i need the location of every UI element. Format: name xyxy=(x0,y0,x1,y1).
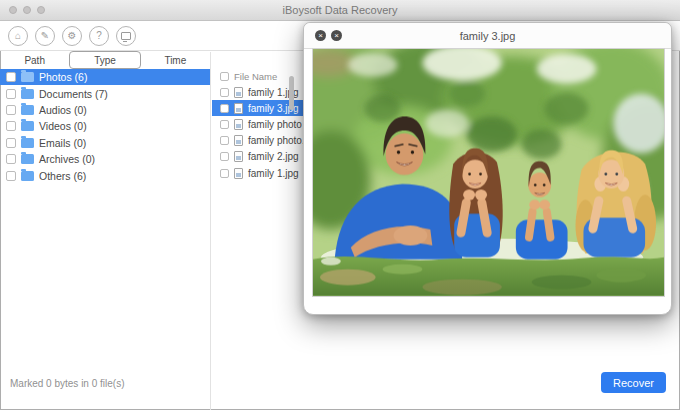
sidebar-item-photos[interactable]: Photos (6) xyxy=(0,69,210,85)
home-icon[interactable]: ⌂ xyxy=(8,26,28,46)
checkbox[interactable] xyxy=(6,105,16,115)
file-name: family 1.jpg xyxy=(248,168,299,179)
checkbox[interactable] xyxy=(6,171,16,181)
file-name: family 2.jpg xyxy=(248,151,299,162)
image-file-icon xyxy=(234,135,243,146)
folder-icon xyxy=(21,72,34,82)
checkbox[interactable] xyxy=(220,136,229,145)
checkbox[interactable] xyxy=(6,89,16,99)
panel-divider xyxy=(210,52,211,410)
image-file-icon xyxy=(234,168,243,179)
folder-icon xyxy=(21,89,34,99)
sidebar-item-audios[interactable]: Audios (0) xyxy=(0,102,210,118)
checkbox[interactable] xyxy=(6,72,16,82)
image-file-icon xyxy=(234,119,243,130)
sidebar-item-label: Emails (0) xyxy=(39,137,86,149)
image-file-icon xyxy=(234,87,243,98)
preview-title: family 3.jpg xyxy=(460,30,516,42)
tab-type[interactable]: Type xyxy=(69,51,140,69)
folder-icon xyxy=(21,154,34,164)
close-button[interactable] xyxy=(9,6,17,14)
help-icon[interactable]: ? xyxy=(89,26,109,46)
checkbox[interactable] xyxy=(220,152,229,161)
sidebar-item-others[interactable]: Others (6) xyxy=(0,167,210,183)
sidebar-item-emails[interactable]: Emails (0) xyxy=(0,135,210,151)
checkbox[interactable] xyxy=(6,121,16,131)
scrollbar[interactable] xyxy=(289,76,294,110)
folder-icon xyxy=(21,105,34,115)
sidebar-item-videos[interactable]: Videos (0) xyxy=(0,118,210,134)
checkbox[interactable] xyxy=(220,169,229,178)
tab-path[interactable]: Path xyxy=(0,52,69,69)
folder-icon xyxy=(21,138,34,148)
preview-photo xyxy=(312,48,665,297)
select-all-checkbox[interactable] xyxy=(220,72,229,81)
sidebar-item-label: Videos (0) xyxy=(39,120,87,132)
sidebar-tabbar: Path Type Time xyxy=(0,52,210,69)
display-icon[interactable] xyxy=(116,26,136,46)
traffic-lights xyxy=(9,6,45,14)
checkbox[interactable] xyxy=(6,138,16,148)
sidebar-item-documents[interactable]: Documents (7) xyxy=(0,85,210,101)
sidebar-item-archives[interactable]: Archives (0) xyxy=(0,151,210,167)
window-title: iBoysoft Data Recovery xyxy=(283,4,398,16)
settings-icon[interactable]: ⚙ xyxy=(62,26,82,46)
main-titlebar: iBoysoft Data Recovery xyxy=(0,0,680,21)
folder-icon xyxy=(21,121,34,131)
folder-icon xyxy=(21,171,34,181)
checkbox[interactable] xyxy=(6,154,16,164)
minimize-button[interactable] xyxy=(23,6,31,14)
checkbox[interactable] xyxy=(220,88,229,97)
image-file-icon xyxy=(234,151,243,162)
edit-icon[interactable]: ✎ xyxy=(35,26,55,46)
preview-titlebar: × × family 3.jpg xyxy=(304,23,671,49)
zoom-button[interactable] xyxy=(37,6,45,14)
column-header-file-name: File Name xyxy=(234,71,277,82)
status-text: Marked 0 bytes in 0 file(s) xyxy=(10,378,125,389)
image-file-icon xyxy=(234,103,243,114)
preview-window: × × family 3.jpg xyxy=(303,22,672,315)
tab-time[interactable]: Time xyxy=(141,52,210,69)
sidebar-item-label: Others (6) xyxy=(39,170,86,182)
family-photo-illustration xyxy=(313,49,664,296)
sidebar-item-label: Audios (0) xyxy=(39,104,87,116)
sidebar-item-label: Photos (6) xyxy=(39,71,87,83)
sidebar-item-label: Archives (0) xyxy=(39,153,95,165)
display-icon-glyph xyxy=(121,32,131,40)
preview-close-all-icon[interactable]: × xyxy=(331,30,342,41)
sidebar-item-label: Documents (7) xyxy=(39,88,108,100)
checkbox[interactable] xyxy=(220,104,229,113)
checkbox[interactable] xyxy=(220,120,229,129)
app-window: iBoysoft Data Recovery ⌂ ✎ ⚙ ? Path Type… xyxy=(0,0,680,410)
preview-close-icon[interactable]: × xyxy=(315,30,326,41)
recover-button[interactable]: Recover xyxy=(601,372,666,393)
category-list: Photos (6) Documents (7) Audios (0) Vide… xyxy=(0,69,210,184)
